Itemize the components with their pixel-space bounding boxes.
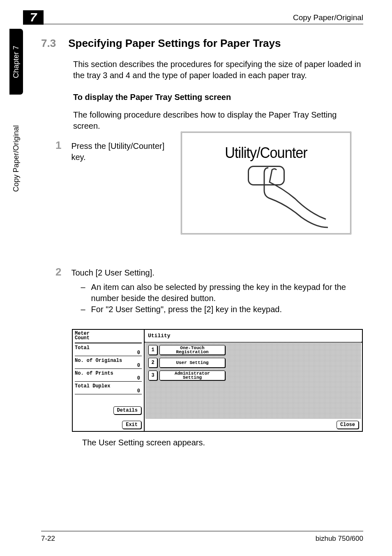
meter-prints-value: 0: [75, 375, 142, 382]
meter-duplex-value: 0: [75, 388, 142, 394]
close-button[interactable]: Close: [337, 421, 359, 429]
footer-page-number: 7-22: [41, 535, 55, 543]
bullet-item: – For "2 User Setting", press the [2] ke…: [81, 304, 363, 315]
meter-count-panel: Meter Count Total 0 No. of Originals 0 N…: [73, 330, 145, 431]
meter-count-header: Meter Count: [75, 331, 142, 343]
menu-3-num: 3: [148, 371, 157, 380]
utility-menu-panel: Utility 1 One-Touch Registration 2 User …: [145, 330, 362, 431]
menu-2-label: User Setting: [159, 358, 225, 368]
meter-total-value: 0: [75, 350, 142, 356]
step-2-bullets: – An item can also be selected by pressi…: [81, 282, 363, 315]
step-2-text: Touch [2 User Setting].: [71, 268, 154, 277]
menu-1-num: 1: [148, 345, 157, 355]
menu-1-label: One-Touch Registration: [159, 345, 225, 355]
footer-rule: [41, 531, 363, 531]
sub-body: The following procedure describes how to…: [73, 109, 363, 132]
meter-row-prints: No. of Prints 0: [75, 371, 142, 382]
step-1-text: Press the [Utility/Counter] key.: [71, 141, 166, 163]
menu-item-3[interactable]: 3 Administrator Setting: [148, 371, 225, 380]
step-2-content: Touch [2 User Setting]. – An item can al…: [71, 267, 363, 315]
step-2-container: 2 Touch [2 User Setting]. – An item can …: [41, 267, 363, 315]
details-button[interactable]: Details: [113, 406, 141, 415]
step-2-number: 2: [55, 266, 61, 315]
exit-button[interactable]: Exit: [122, 421, 141, 429]
step-2: 2 Touch [2 User Setting]. – An item can …: [55, 267, 363, 315]
step-1-number: 1: [55, 139, 61, 163]
footer-model: bizhub 750/600: [316, 535, 363, 543]
menu-items: 1 One-Touch Registration 2 User Setting …: [148, 345, 225, 383]
side-tab-section: Copy Paper/Original: [9, 93, 23, 224]
page: Copy Paper/Original 7 Chapter 7 Copy Pap…: [0, 0, 392, 556]
bullet-dash-icon: –: [81, 282, 85, 304]
side-tab-section-label: Copy Paper/Original: [12, 125, 21, 192]
section-number: 7.3: [41, 37, 56, 50]
header-title: Copy Paper/Original: [293, 13, 363, 22]
utility-header: Utility: [145, 330, 362, 343]
bullet-2-text: For "2 User Setting", press the [2] key …: [91, 304, 282, 315]
intro-text: This section describes the procedures fo…: [73, 59, 363, 81]
menu-3-label: Administrator Setting: [159, 371, 225, 380]
figure-utility-label: Utility/Counter: [225, 144, 307, 162]
meter-originals-value: 0: [75, 363, 142, 369]
meter-row-duplex: Total Duplex 0: [75, 383, 142, 394]
bullet-1-text: An item can also be selected by pressing…: [91, 282, 363, 304]
bullet-dash-icon: –: [81, 304, 85, 315]
header-rule: [28, 24, 363, 24]
meter-row-total: Total 0: [75, 345, 142, 356]
menu-2-num: 2: [148, 358, 157, 368]
sub-heading: To display the Paper Tray Setting screen: [73, 93, 363, 102]
chapter-badge: 7: [23, 10, 44, 25]
meter-row-originals: No. of Originals 0: [75, 358, 142, 369]
utility-screen-figure: Meter Count Total 0 No. of Originals 0 N…: [72, 329, 363, 432]
bullet-item: – An item can also be selected by pressi…: [81, 282, 363, 304]
side-tab-chapter: Chapter 7: [9, 29, 23, 95]
menu-item-1[interactable]: 1 One-Touch Registration: [148, 345, 225, 355]
finger-icon: [262, 166, 332, 229]
figure-utility-counter: Utility/Counter: [181, 132, 351, 234]
section-title: Specifying Paper Settings for Paper Tray…: [68, 37, 281, 50]
side-tab-chapter-label: Chapter 7: [12, 45, 21, 78]
section-heading: 7.3 Specifying Paper Settings for Paper …: [41, 37, 363, 50]
menu-item-2[interactable]: 2 User Setting: [148, 358, 225, 368]
after-screen-text: The User Setting screen appears.: [82, 438, 205, 447]
